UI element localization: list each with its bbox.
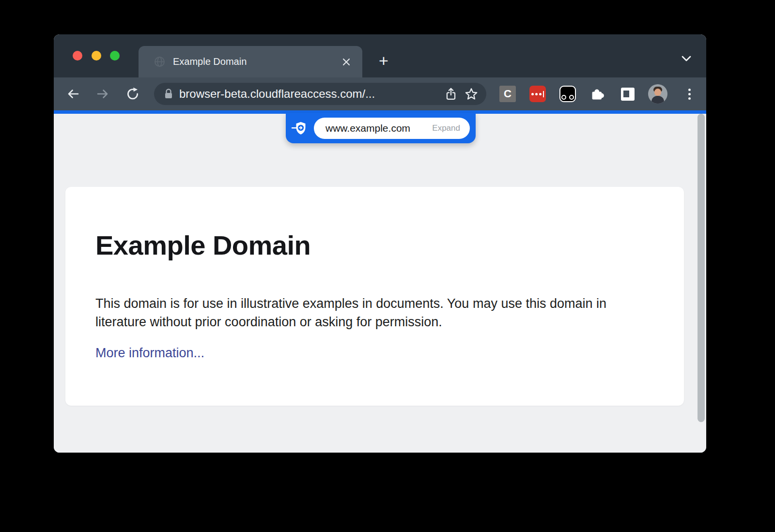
reload-icon — [125, 87, 140, 101]
goggles-extension-button[interactable] — [559, 86, 576, 102]
expand-button[interactable]: Expand — [432, 123, 460, 133]
lastpass-extension-button[interactable] — [529, 86, 546, 102]
forward-button[interactable] — [92, 83, 114, 105]
c-extension-button[interactable]: C — [499, 86, 516, 102]
tab-close-icon[interactable] — [339, 55, 354, 69]
side-panel-button[interactable] — [620, 86, 636, 102]
new-tab-button[interactable]: + — [375, 52, 392, 69]
window-zoom-button[interactable] — [110, 51, 120, 61]
arrow-right-icon — [96, 87, 109, 101]
page-viewport: www.example.com Expand Example Domain Th… — [54, 114, 706, 453]
browser-toolbar: browser-beta.cloudflareaccess.com/... C — [54, 77, 706, 110]
browser-menu-button[interactable] — [679, 83, 700, 105]
globe-icon — [153, 55, 166, 68]
chevron-down-icon — [681, 55, 692, 63]
page-paragraph: This domain is for use in illustrative e… — [95, 294, 655, 331]
bookmark-star-button[interactable] — [461, 84, 481, 104]
more-information-link[interactable]: More information... — [95, 346, 204, 361]
goggles-icon — [561, 95, 566, 100]
tab-strip: Example Domain + — [54, 34, 706, 77]
reload-button[interactable] — [122, 83, 144, 105]
lock-icon — [164, 88, 173, 100]
plus-icon: + — [379, 53, 388, 68]
puzzle-icon — [590, 86, 605, 102]
window-minimize-button[interactable] — [92, 51, 101, 61]
address-bar[interactable]: browser-beta.cloudflareaccess.com/... — [154, 83, 486, 105]
page-title: Example Domain — [95, 229, 310, 261]
red-dots-icon — [531, 93, 534, 95]
isolated-domain-text: www.example.com — [326, 122, 410, 134]
star-icon — [465, 87, 478, 101]
shield-arrow-icon — [291, 120, 308, 137]
c-extension-label: C — [504, 88, 512, 100]
extensions-menu-button[interactable] — [589, 86, 606, 102]
tab-search-button[interactable] — [678, 50, 695, 68]
isolation-domain-pill: www.example.com Expand — [314, 118, 470, 139]
vertical-scrollbar-thumb[interactable] — [698, 114, 705, 422]
back-button[interactable] — [62, 83, 84, 105]
browser-window: Example Domain + — [54, 34, 706, 453]
isolation-badge[interactable]: www.example.com Expand — [286, 113, 476, 143]
share-icon — [445, 87, 457, 101]
url-text: browser-beta.cloudflareaccess.com/... — [179, 87, 441, 101]
window-close-button[interactable] — [73, 51, 82, 61]
share-button[interactable] — [441, 84, 461, 104]
tab-title: Example Domain — [173, 56, 339, 67]
kebab-menu-icon — [688, 89, 691, 91]
side-panel-icon — [621, 88, 635, 101]
content-card: Example Domain This domain is for use in… — [65, 187, 684, 406]
browser-tab[interactable]: Example Domain — [139, 46, 362, 77]
profile-avatar[interactable] — [648, 84, 667, 104]
arrow-left-icon — [66, 87, 80, 101]
